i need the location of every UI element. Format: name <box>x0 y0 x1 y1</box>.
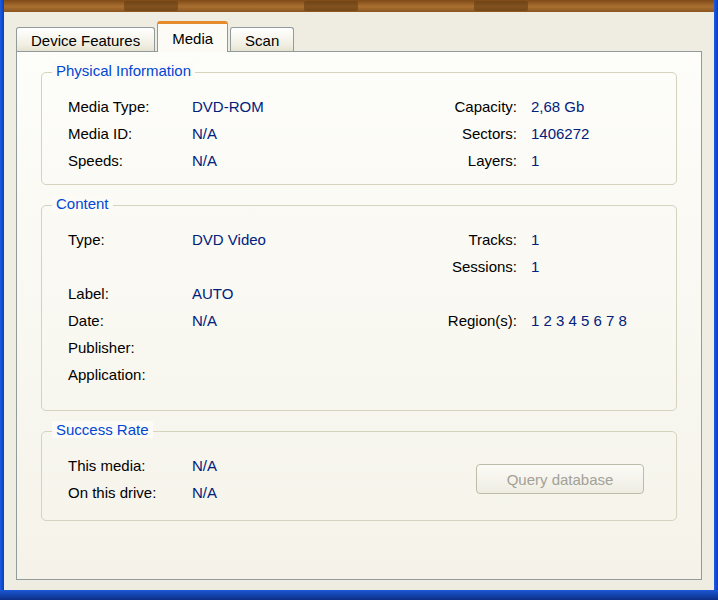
media-tab-page: Physical Information Media Type: DVD-ROM… <box>16 51 702 580</box>
titlebar-artifact <box>304 1 358 11</box>
dialog-client-area: Device Features Media Scan Physical Info… <box>4 12 714 590</box>
capacity-value: 2,68 Gb <box>517 98 676 115</box>
speeds-value: N/A <box>192 152 407 169</box>
tab-strip: Device Features Media Scan <box>16 24 702 52</box>
content-row-application: Application: <box>42 361 676 388</box>
tab-media[interactable]: Media <box>157 21 228 52</box>
content-row-publisher: Publisher: <box>42 334 676 361</box>
window-border-bottom <box>0 590 718 600</box>
this-media-value: N/A <box>192 457 407 474</box>
tab-device-features-label: Device Features <box>31 32 140 49</box>
physical-information-group: Physical Information Media Type: DVD-ROM… <box>41 72 677 185</box>
date-label: Date: <box>42 312 192 329</box>
titlebar-artifact <box>124 1 178 11</box>
sessions-value: 1 <box>517 258 676 275</box>
regions-value: 1 2 3 4 5 6 7 8 <box>517 312 676 329</box>
capacity-label: Capacity: <box>407 98 517 115</box>
media-type-label: Media Type: <box>42 98 192 115</box>
application-window: Device Features Media Scan Physical Info… <box>0 0 718 600</box>
tab-scan[interactable]: Scan <box>230 27 294 52</box>
tracks-value: 1 <box>517 231 676 248</box>
sectors-value: 1406272 <box>517 125 676 142</box>
titlebar-cropped <box>4 0 714 12</box>
on-this-drive-label: On this drive: <box>42 484 192 501</box>
sectors-label: Sectors: <box>407 125 517 142</box>
media-id-label: Media ID: <box>42 125 192 142</box>
regions-label: Region(s): <box>407 312 517 329</box>
physical-information-title: Physical Information <box>52 62 195 79</box>
this-media-label: This media: <box>42 457 192 474</box>
media-id-value: N/A <box>192 125 407 142</box>
date-value: N/A <box>192 312 407 329</box>
type-value: DVD Video <box>192 231 407 248</box>
content-group: Content Type: DVD Video Tracks: 1 Sessio… <box>41 205 677 411</box>
content-row-date: Date: N/A Region(s): 1 2 3 4 5 6 7 8 <box>42 307 676 334</box>
content-row-sessions: Sessions: 1 <box>42 253 676 280</box>
type-label: Type: <box>42 231 192 248</box>
titlebar-artifact <box>474 1 528 11</box>
tab-media-label: Media <box>172 30 213 47</box>
on-this-drive-value: N/A <box>192 484 407 501</box>
physical-row-speeds: Speeds: N/A Layers: 1 <box>42 147 676 174</box>
physical-row-media-id: Media ID: N/A Sectors: 1406272 <box>42 120 676 147</box>
success-rate-group: Success Rate This media: N/A On this dri… <box>41 431 677 521</box>
physical-row-media-type: Media Type: DVD-ROM Capacity: 2,68 Gb <box>42 93 676 120</box>
tracks-label: Tracks: <box>407 231 517 248</box>
media-type-value: DVD-ROM <box>192 98 407 115</box>
layers-label: Layers: <box>407 152 517 169</box>
application-label: Application: <box>42 366 192 383</box>
success-rate-title: Success Rate <box>52 421 153 438</box>
label-label: Label: <box>42 285 192 302</box>
content-title: Content <box>52 195 113 212</box>
tab-device-features[interactable]: Device Features <box>16 27 155 52</box>
speeds-label: Speeds: <box>42 152 192 169</box>
content-row-type: Type: DVD Video Tracks: 1 <box>42 226 676 253</box>
query-database-button[interactable]: Query database <box>476 464 644 494</box>
publisher-label: Publisher: <box>42 339 192 356</box>
label-value: AUTO <box>192 285 407 302</box>
content-row-label: Label: AUTO <box>42 280 676 307</box>
layers-value: 1 <box>517 152 676 169</box>
tab-scan-label: Scan <box>245 32 279 49</box>
sessions-label: Sessions: <box>407 258 517 275</box>
window-border-right <box>714 0 718 600</box>
